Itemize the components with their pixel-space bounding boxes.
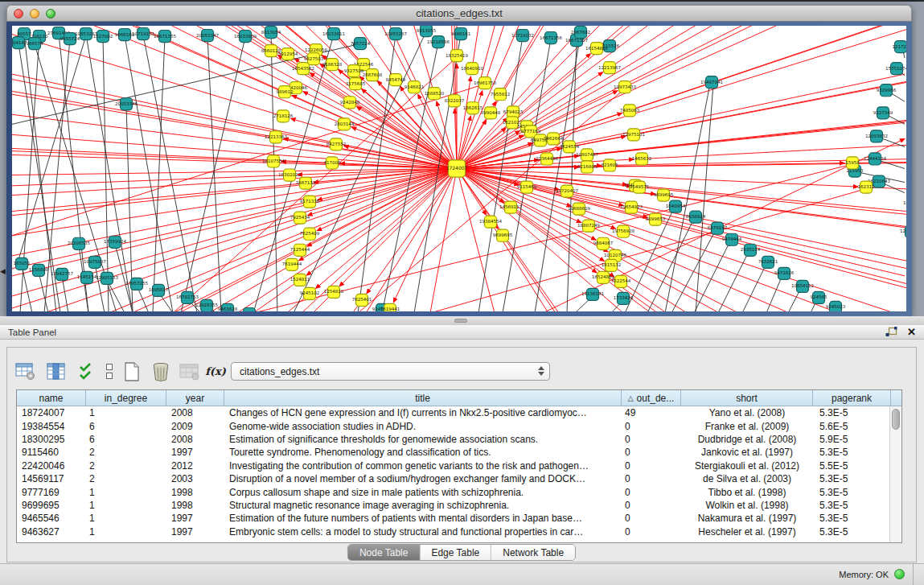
graph-node-label: 7625409 xyxy=(300,231,320,236)
table-cell: 1 xyxy=(86,525,166,538)
graph-node-label: 9146821 xyxy=(405,84,424,89)
column-header-title[interactable]: title xyxy=(224,390,622,406)
column-header-label: in_degree xyxy=(105,393,147,404)
graph-node-label: 7632621 xyxy=(758,259,778,264)
graph-node-label: 6794023 xyxy=(503,109,524,114)
tab-node-table[interactable]: Node Table xyxy=(348,545,421,560)
column-header-short[interactable]: short xyxy=(681,390,813,406)
show-columns-button[interactable] xyxy=(44,360,68,382)
table-row[interactable]: 1456911722003Disruption of a novel membe… xyxy=(17,472,901,485)
table-cell: 0 xyxy=(622,485,681,498)
graph-node-label: 7625401 xyxy=(352,297,372,302)
graph-node-label: 12093832 xyxy=(865,134,888,138)
graph-node-label: 14136141 xyxy=(581,291,604,296)
graph-edge xyxy=(86,35,133,311)
status-bar: Memory: OK xyxy=(0,563,924,585)
horizontal-splitter[interactable] xyxy=(0,316,924,325)
window-title: citations_edges.txt xyxy=(7,7,911,19)
table-row[interactable]: 1872400712008Changes of HCN gene express… xyxy=(17,406,901,419)
table-cell: 5.3E-5 xyxy=(813,472,891,485)
graph-node-label: 14569117 xyxy=(499,204,522,209)
graph-edge xyxy=(153,37,165,311)
deselect-all-button[interactable] xyxy=(97,360,121,382)
table-row[interactable]: 1830029562008Estimation of significance … xyxy=(17,433,901,446)
table-cell: 0 xyxy=(622,459,681,472)
graph-node-label: 9245023 xyxy=(826,304,846,309)
fx-icon: f(x) xyxy=(205,365,226,377)
graph-node-label: 7522544 xyxy=(611,278,631,283)
graph-node-label: 16154808 xyxy=(585,46,608,51)
table-cell: 6 xyxy=(86,419,166,432)
graph-edge xyxy=(317,169,457,231)
column-header-year[interactable]: year xyxy=(166,390,224,406)
graph-node-label: 12444134 xyxy=(864,156,886,161)
graph-node-label: 2935114 xyxy=(741,247,761,252)
function-builder-button[interactable]: f(x) xyxy=(203,360,228,382)
graph-node-label: 10688609 xyxy=(568,206,590,211)
node-attribute-table[interactable]: namein_degreeyeartitle△out_de...shortpag… xyxy=(16,389,902,543)
table-cell: 14569117 xyxy=(17,472,86,485)
column-header-label: short xyxy=(736,393,758,404)
graph-node-label: 9699695 xyxy=(493,233,513,237)
network-view-window[interactable]: citations_edges.txt 90557116120204147966… xyxy=(6,5,912,317)
table-row[interactable]: 946362711997Embryonic stem cells: a mode… xyxy=(17,525,901,538)
graph-node-label: 9327508 xyxy=(344,68,364,73)
graph-node-label: 8099653 xyxy=(646,216,666,221)
float-panel-icon[interactable] xyxy=(885,327,897,337)
graph-edge xyxy=(630,26,906,110)
table-header-row[interactable]: namein_degreeyeartitle△out_de...shortpag… xyxy=(17,390,901,406)
table-cell: 5.3E-5 xyxy=(813,446,891,459)
column-header-name[interactable]: name xyxy=(17,390,86,406)
table-row[interactable]: 977716911998Corpus callosum shape and si… xyxy=(17,485,901,498)
graph-node-label: 9777169 xyxy=(521,129,541,134)
table-row[interactable]: 969969511998Structural magnetic resonanc… xyxy=(17,499,901,512)
graph-edge xyxy=(665,84,710,311)
network-graph[interactable]: 9055711612020414796657427691406905572410… xyxy=(12,26,906,311)
graph-edge xyxy=(621,282,906,311)
table-settings-button[interactable] xyxy=(14,360,38,382)
graph-node-label: 7125444 xyxy=(290,247,310,252)
table-cell: Estimation of significance thresholds fo… xyxy=(224,433,622,446)
column-header-pagerank[interactable]: pagerank xyxy=(813,390,891,406)
graph-node-label: 9115460 xyxy=(517,184,537,189)
graph-node-label: 6879197 xyxy=(708,225,728,230)
graph-node-label: 20053346 xyxy=(115,101,138,106)
graph-node-label: 18640910 xyxy=(461,66,483,71)
graph-node-label: 16033809 xyxy=(234,34,257,39)
graph-node-label: 20364486 xyxy=(536,156,558,161)
table-row[interactable]: 946554611997Estimation of the future num… xyxy=(17,512,901,525)
close-panel-icon[interactable]: ✕ xyxy=(907,327,916,337)
table-selector-dropdown[interactable]: citations_edges.txt xyxy=(231,362,550,381)
table-row[interactable]: 1938455462009Genome-wide association stu… xyxy=(17,419,901,432)
table-cell: Wolkin et al. (1998) xyxy=(681,499,813,512)
table-vertical-scrollbar[interactable] xyxy=(889,406,901,542)
table-cell: 6 xyxy=(86,433,166,446)
tab-network-table[interactable]: Network Table xyxy=(491,545,575,560)
table-row[interactable]: 911546021997Tourette syndrome. Phenomeno… xyxy=(17,446,901,459)
table-row[interactable]: 2242004622012Investigating the contribut… xyxy=(17,459,901,472)
network-canvas[interactable]: 9055711612020414796657427691406905572410… xyxy=(12,26,906,311)
splitter-grip-icon[interactable] xyxy=(454,319,467,323)
graph-node-label: 9055724 xyxy=(60,36,80,41)
column-header-in_degree[interactable]: in_degree xyxy=(86,390,166,406)
graph-node-label: 1254810 xyxy=(324,289,344,294)
tab-edge-table[interactable]: Edge Table xyxy=(420,545,491,560)
scrollbar-thumb[interactable] xyxy=(892,409,900,430)
splitter-collapse-arrow[interactable]: ◀ xyxy=(0,267,6,275)
window-titlebar[interactable]: citations_edges.txt xyxy=(6,5,912,22)
table-cell: 1998 xyxy=(166,499,224,512)
memory-status-indicator[interactable] xyxy=(894,569,905,579)
new-file-button[interactable] xyxy=(120,360,144,382)
network-view-frame: 9055711612020414796657427691406905572410… xyxy=(6,22,912,317)
table-cell: 2003 xyxy=(166,472,224,485)
table-cell: 0 xyxy=(622,499,681,512)
graph-edge xyxy=(362,89,457,169)
select-all-button[interactable] xyxy=(75,360,99,382)
graph-node-label: 924565 xyxy=(811,295,827,299)
graph-node-label: 12103465 xyxy=(900,229,906,233)
graph-node-label: 989612 xyxy=(277,89,294,94)
column-header-out_de[interactable]: △out_de... xyxy=(622,390,681,406)
delete-button[interactable] xyxy=(149,360,173,382)
graph-node-label: 1524811 xyxy=(290,277,310,282)
graph-node-label: 9827503 xyxy=(304,56,324,61)
